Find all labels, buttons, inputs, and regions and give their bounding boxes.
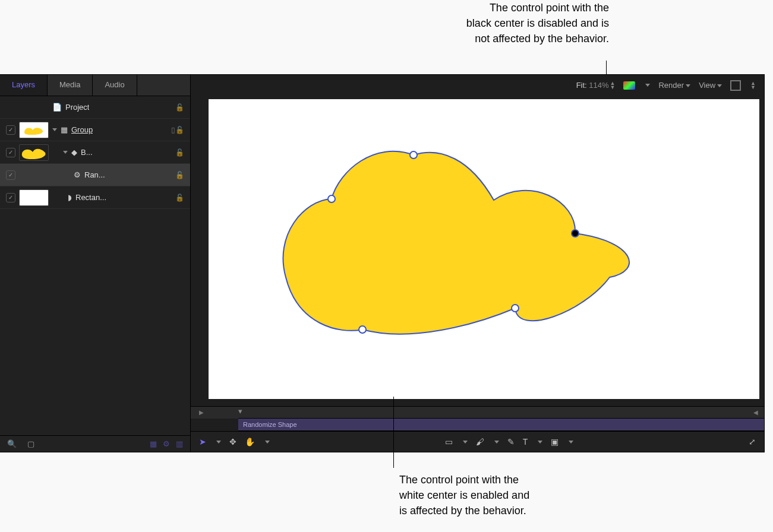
layer-label: Rectan... xyxy=(75,193,106,202)
tab-audio[interactable]: Audio xyxy=(93,75,137,96)
lock-icon[interactable]: 🔓 xyxy=(175,171,184,179)
sidebar-tabs: Layers Media Audio xyxy=(0,75,190,96)
ruler-in-handle[interactable]: ▶ xyxy=(199,409,204,416)
behavior-track-label: Randomize Shape xyxy=(243,421,297,428)
visibility-checkbox[interactable]: ✓ xyxy=(6,125,15,135)
callout-line: is affected by the behavior. xyxy=(399,503,613,518)
shape-icon: ◆ xyxy=(71,148,77,157)
layers-sidebar: Layers Media Audio 📄 Project 🔓 ✓ ▦ Group xyxy=(0,75,191,452)
callout-line: The control point with the xyxy=(371,0,609,15)
paint-tool-icon[interactable]: 🖌 xyxy=(476,437,484,446)
callout-line: white center is enabled and xyxy=(399,487,613,503)
visibility-checkbox[interactable]: ✓ xyxy=(6,170,15,180)
layer-row-rect[interactable]: ✓ ◗ Rectan... 🔓 xyxy=(0,186,190,209)
mask-icon: ◗ xyxy=(68,193,72,202)
canvas-topbar: Fit: 114%▲▼ Render View ▲▼ xyxy=(568,75,764,96)
isolate-icon[interactable]: ▯🔓 xyxy=(171,126,184,134)
control-point[interactable] xyxy=(327,195,336,203)
disclosure-triangle-icon[interactable] xyxy=(52,128,57,131)
ruler-out-handle[interactable]: ◀ xyxy=(753,409,758,416)
layer-thumbnail xyxy=(19,189,49,206)
expand-icon[interactable]: ⤢ xyxy=(749,437,756,446)
layer-thumbnail xyxy=(19,122,49,138)
gear-icon: ⚙ xyxy=(74,170,81,179)
canvas-area: Fit: 114%▲▼ Render View ▲▼ xyxy=(191,75,764,452)
safezone-menu[interactable] xyxy=(730,80,741,91)
tool-bar: ➤ ✥ ✋ ▭ 🖌 ✎ T ▣ ⤢ xyxy=(191,431,764,452)
layer-label[interactable]: Group xyxy=(71,125,93,134)
playhead-icon[interactable]: ▾ xyxy=(238,407,242,416)
lock-icon[interactable]: 🔓 xyxy=(175,194,184,202)
pan-tool-icon[interactable]: ✋ xyxy=(245,437,255,446)
shape-path[interactable] xyxy=(283,151,629,334)
behavior-track[interactable]: Randomize Shape xyxy=(238,418,764,431)
visibility-checkbox[interactable]: ✓ xyxy=(6,193,15,202)
color-channel-menu[interactable] xyxy=(623,81,635,90)
render-menu[interactable]: Render xyxy=(658,81,690,90)
panel-icon[interactable]: ▢ xyxy=(27,439,34,448)
stack-icon[interactable]: ▥ xyxy=(176,439,183,448)
control-point[interactable] xyxy=(409,151,418,159)
callout-leader-bottom xyxy=(393,397,394,468)
project-row[interactable]: 📄 Project 🔓 xyxy=(0,96,190,119)
layer-row-group[interactable]: ✓ ▦ Group ▯🔓 xyxy=(0,119,190,141)
bezier-shape[interactable] xyxy=(280,135,648,350)
stepper-icon[interactable]: ▲▼ xyxy=(750,81,756,90)
select-tool-icon[interactable]: ➤ xyxy=(199,437,206,446)
control-point[interactable] xyxy=(511,304,519,312)
tab-layers[interactable]: Layers xyxy=(0,75,48,96)
project-label: Project xyxy=(65,103,89,112)
document-icon: 📄 xyxy=(52,103,62,112)
editor-window: Layers Media Audio 📄 Project 🔓 ✓ ▦ Group xyxy=(0,75,764,452)
canvas[interactable] xyxy=(209,99,759,399)
view-menu[interactable]: View xyxy=(699,81,722,90)
pen-tool-icon[interactable]: ✎ xyxy=(507,437,515,446)
disclosure-triangle-icon[interactable] xyxy=(63,151,68,154)
callout-line: black center is disabled and is xyxy=(371,15,609,31)
layer-thumbnail xyxy=(19,144,49,161)
gear-icon[interactable]: ⚙ xyxy=(163,439,170,448)
callout-bottom: The control point with the white center … xyxy=(399,472,613,518)
lock-icon[interactable]: 🔓 xyxy=(175,103,184,112)
rectangle-tool-icon[interactable]: ▭ xyxy=(445,437,453,446)
mask-tool-icon[interactable]: ▣ xyxy=(551,437,559,446)
visibility-checkbox[interactable]: ✓ xyxy=(6,148,15,157)
text-tool-icon[interactable]: T xyxy=(523,437,528,446)
chevron-down-icon[interactable] xyxy=(645,84,650,87)
layer-row-shape[interactable]: ✓ ◆ B... 🔓 xyxy=(0,141,190,164)
stepper-icon[interactable]: ▲▼ xyxy=(610,81,616,90)
control-point-disabled[interactable] xyxy=(571,229,579,238)
group-icon: ▦ xyxy=(61,125,68,134)
sidebar-bottom-bar: 🔍 ▢ ▦ ⚙ ▥ xyxy=(0,435,190,452)
fit-value[interactable]: 114% xyxy=(589,81,608,90)
callout-top: The control point with the black center … xyxy=(371,0,609,46)
timeline-ruler[interactable]: ▶ ▾ ◀ xyxy=(191,406,764,419)
fit-label: Fit: xyxy=(576,81,587,90)
callout-line: not affected by the behavior. xyxy=(371,31,609,46)
lock-icon[interactable]: 🔓 xyxy=(175,148,184,157)
layer-row-behavior[interactable]: ✓ ⚙ Ran... 🔓 xyxy=(0,164,190,186)
callout-line: The control point with the xyxy=(399,472,613,487)
control-point[interactable] xyxy=(358,325,367,334)
3d-transform-tool-icon[interactable]: ✥ xyxy=(229,437,236,446)
layer-label: Ran... xyxy=(84,170,105,179)
layer-label: B... xyxy=(81,148,93,157)
checker-icon[interactable]: ▦ xyxy=(150,439,157,448)
search-icon[interactable]: 🔍 xyxy=(7,439,17,448)
tab-media[interactable]: Media xyxy=(48,75,93,96)
